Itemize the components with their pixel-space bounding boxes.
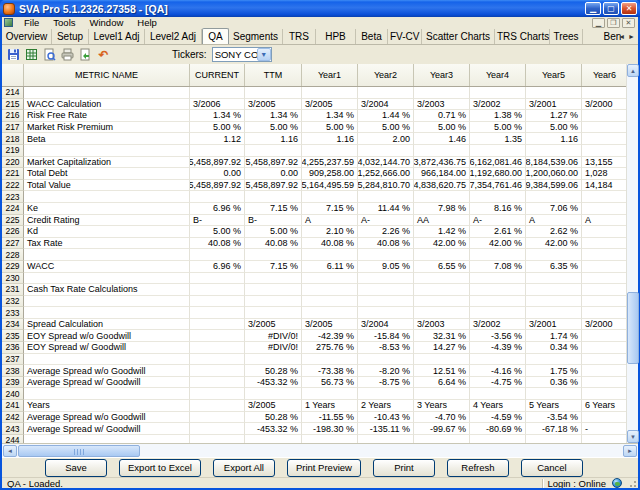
row-number[interactable]: 236	[2, 342, 24, 354]
grid-cell[interactable]: 5.00 %	[245, 122, 302, 134]
metric-name-cell[interactable]: Cash Tax Rate Calculations	[24, 284, 190, 296]
metric-name-cell[interactable]	[24, 354, 190, 366]
row-number[interactable]: 215	[2, 99, 24, 111]
menu-file[interactable]: File	[17, 17, 46, 28]
grid-cell[interactable]: 7,354,761.46	[470, 180, 526, 192]
grid-cell[interactable]: A	[302, 215, 358, 227]
grid-cell[interactable]	[358, 307, 414, 319]
grid-cell[interactable]	[582, 296, 628, 308]
grid-cell[interactable]: -11.55 %	[302, 412, 358, 424]
grid-cell[interactable]	[358, 249, 414, 261]
grid-cell[interactable]	[190, 330, 245, 342]
row-number[interactable]: 228	[2, 249, 24, 261]
grid-cell[interactable]: 5,458,897.92	[245, 180, 302, 192]
grid-cell[interactable]	[470, 87, 526, 99]
grid-cell[interactable]	[358, 296, 414, 308]
grid-cell[interactable]: 1.12	[190, 133, 245, 145]
metric-name-cell[interactable]	[24, 307, 190, 319]
grid-cell[interactable]	[526, 284, 582, 296]
grid-cell[interactable]: B-	[190, 215, 245, 227]
grid-cell[interactable]	[245, 249, 302, 261]
tab-scroll-left-icon[interactable]: ◄	[618, 32, 625, 41]
menu-help[interactable]: Help	[130, 17, 164, 28]
save-icon[interactable]	[6, 48, 21, 62]
grid-corner-cell[interactable]	[2, 64, 24, 86]
menu-tools[interactable]: Tools	[46, 17, 82, 28]
grid-cell[interactable]: 1.34 %	[302, 110, 358, 122]
grid-cell[interactable]: 3/2001	[526, 319, 582, 331]
grid-cell[interactable]: 3/2002	[470, 99, 526, 111]
maximize-button[interactable]: ▢	[603, 2, 619, 15]
metric-name-cell[interactable]: EOY Spread w/ Goodwill	[24, 342, 190, 354]
grid-cell[interactable]: 5.00 %	[414, 122, 470, 134]
grid-cell[interactable]: 1.38 %	[470, 110, 526, 122]
grid-cell[interactable]: 5.00 %	[302, 122, 358, 134]
column-header-ttm[interactable]: TTM	[245, 64, 302, 86]
grid-cell[interactable]: 50.28 %	[245, 365, 302, 377]
print-preview-button[interactable]: Print Preview	[287, 459, 361, 477]
grid-cell[interactable]: -453.32 %	[245, 377, 302, 389]
metric-name-cell[interactable]: Risk Free Rate	[24, 110, 190, 122]
grid-cell[interactable]: 7.15 %	[302, 203, 358, 215]
grid-cell[interactable]: 2 Years	[358, 400, 414, 412]
grid-cell[interactable]	[190, 307, 245, 319]
grid-cell[interactable]: 6.64 %	[414, 377, 470, 389]
grid-cell[interactable]	[414, 145, 470, 157]
grid-cell[interactable]	[358, 354, 414, 366]
grid-cell[interactable]: 3/2004	[358, 319, 414, 331]
grid-cell[interactable]: 7.15 %	[245, 261, 302, 273]
row-number[interactable]: 221	[2, 168, 24, 180]
column-header-year3[interactable]: Year3	[414, 64, 470, 86]
grid-cell[interactable]: 7.98 %	[414, 203, 470, 215]
grid-cell[interactable]: -8.53 %	[358, 342, 414, 354]
grid-cell[interactable]	[414, 435, 470, 443]
grid-cell[interactable]	[302, 435, 358, 443]
grid-cell[interactable]	[582, 133, 628, 145]
print-button[interactable]: Print	[373, 459, 435, 477]
metric-name-cell[interactable]: Average Spread w/ Goodwill	[24, 423, 190, 435]
row-number[interactable]: 239	[2, 377, 24, 389]
grid-cell[interactable]	[190, 273, 245, 285]
scroll-down-icon[interactable]: ▼	[627, 430, 639, 443]
grid-cell[interactable]	[302, 307, 358, 319]
metric-name-cell[interactable]: Average Spread w/o Goodwill	[24, 412, 190, 424]
grid-cell[interactable]: 14.27 %	[414, 342, 470, 354]
grid-cell[interactable]	[582, 273, 628, 285]
grid-cell[interactable]	[190, 87, 245, 99]
metric-name-cell[interactable]	[24, 249, 190, 261]
grid-cell[interactable]	[582, 377, 628, 389]
title-bar[interactable]: SVA Pro 5.1.2326.27358 - [QA] ▁ ▢ ✕	[0, 0, 640, 17]
grid-cell[interactable]: 1.16	[526, 133, 582, 145]
grid-cell[interactable]: 0.71 %	[414, 110, 470, 122]
metric-name-cell[interactable]: Years	[24, 400, 190, 412]
grid-cell[interactable]	[358, 284, 414, 296]
grid-cell[interactable]: 4 Years	[470, 400, 526, 412]
row-number[interactable]: 230	[2, 273, 24, 285]
metric-name-cell[interactable]: Market Risk Premium	[24, 122, 190, 134]
grid-cell[interactable]	[358, 145, 414, 157]
grid-cell[interactable]: 11.44 %	[358, 203, 414, 215]
grid-cell[interactable]: A	[582, 215, 628, 227]
tab-qa[interactable]: QA	[202, 28, 229, 44]
column-header-current[interactable]: CURRENT	[190, 64, 245, 86]
tab-hpb[interactable]: HPB	[316, 29, 356, 44]
grid-cell[interactable]: -99.67 %	[414, 423, 470, 435]
grid-cell[interactable]: 1.75 %	[526, 365, 582, 377]
grid-cell[interactable]	[526, 191, 582, 203]
grid-cell[interactable]	[358, 87, 414, 99]
grid-cell[interactable]	[526, 249, 582, 261]
grid-cell[interactable]: 42.00 %	[414, 238, 470, 250]
tab-fv-cv[interactable]: FV-CV	[388, 29, 422, 44]
grid-cell[interactable]	[414, 354, 470, 366]
row-number[interactable]: 243	[2, 423, 24, 435]
grid-cell[interactable]: 7.08 %	[470, 261, 526, 273]
grid-cell[interactable]	[470, 296, 526, 308]
grid-cell[interactable]: 3/2003	[414, 319, 470, 331]
horizontal-scrollbar[interactable]: ◄ ►	[2, 443, 638, 457]
metric-name-cell[interactable]: EOY Spread w/o Goodwill	[24, 330, 190, 342]
row-number[interactable]: 223	[2, 191, 24, 203]
metric-name-cell[interactable]	[24, 296, 190, 308]
grid-cell[interactable]: A	[526, 215, 582, 227]
grid-cell[interactable]	[414, 273, 470, 285]
grid-cell[interactable]	[302, 388, 358, 400]
